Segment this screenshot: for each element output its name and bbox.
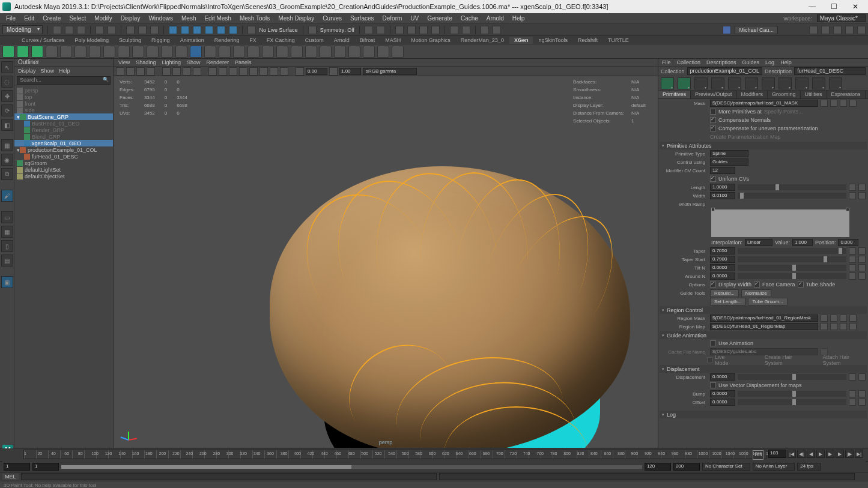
offset-slider[interactable] [738,399,846,405]
slider-icon[interactable] [858,247,866,255]
taper-start-slider[interactable] [738,256,846,262]
custom-tool-icon[interactable]: ▣ [1,276,13,288]
xgen-brush-icon[interactable] [377,46,389,58]
expr-icon[interactable] [849,192,856,199]
shelf-tab[interactable]: FX [244,37,261,44]
textured-icon[interactable] [229,67,237,76]
play-fwd-icon[interactable]: ▶ [826,450,834,458]
ramp-value-input[interactable]: 1.000 [792,239,813,246]
menu-item[interactable]: Curves [319,14,345,22]
primitive-type-dropdown[interactable]: Spline [710,150,748,157]
xgen-brush-icon[interactable] [204,46,216,58]
outliner-item[interactable]: side [14,107,113,113]
clear-preview-icon[interactable] [678,77,691,89]
rebuild-button[interactable]: Rebuild... [710,289,739,297]
display-width-checkbox[interactable] [710,282,716,288]
layout-two-icon[interactable]: ▯ [1,240,13,252]
slider-icon[interactable] [858,273,866,280]
section-guide-animation[interactable]: Guide Animation [660,331,867,339]
paint-map-icon[interactable] [821,315,828,322]
script-editor-icon[interactable] [857,472,866,481]
xgen-brush-icon[interactable] [363,46,375,58]
autokey-icon[interactable] [824,463,832,471]
menu-item[interactable]: Select [65,14,90,22]
soft-select-icon[interactable]: ◉ [1,154,13,166]
xgen-tool-icon[interactable] [118,46,130,58]
scale-tool-icon[interactable]: ◧ [1,119,13,131]
symmetry-label[interactable]: Symmetry: Off [320,27,354,33]
redo-icon[interactable] [108,26,116,34]
around-slider[interactable] [738,273,846,279]
cvcount-input[interactable]: 12 [710,167,735,174]
length-input[interactable]: 1.0000 [710,184,735,191]
select-tool-icon[interactable]: ↖ [1,61,13,73]
region-mask-input[interactable]: $(DESC)/paintmaps/furHead_01_RegionMask [710,315,818,322]
time-ruler[interactable]: 103 120406080100120140160180200220240260… [23,450,766,459]
exposure-input[interactable]: 0.00 [306,68,327,75]
guide-tool-icon[interactable] [812,77,825,89]
menu-item[interactable]: Create [39,14,64,22]
isolate-icon[interactable] [493,26,501,34]
slider-icon[interactable] [858,192,866,199]
shelf-tab[interactable]: TURTLE [603,37,634,44]
slider-icon[interactable] [849,315,857,322]
outliner-item[interactable]: defaultObjectSet [14,173,113,179]
resolution-gate-icon[interactable] [183,67,191,76]
lights-icon[interactable] [239,67,247,76]
isolate-select-icon[interactable] [259,67,268,76]
main-menu-bar[interactable]: File Edit Create Select Modify Display W… [0,13,868,24]
move-guide-icon[interactable] [728,77,741,89]
xgen-brush-icon[interactable] [247,46,259,58]
xgen-brush-icon[interactable] [392,46,404,58]
shelf-tab[interactable]: Redshift [573,37,602,44]
xgen-brush-icon[interactable] [276,46,288,58]
character-set-dropdown[interactable]: No Character Set [702,463,750,471]
range-slider-track[interactable] [61,465,642,469]
shelf-tab[interactable]: RenderMan_23_0 [456,37,509,44]
xgen-create-icon[interactable] [2,46,14,58]
xgen-tab-expressions[interactable]: Expressions [827,91,866,98]
viewport-menu[interactable]: Lighting [162,59,181,65]
viewport-canvas[interactable]: Verts:345200Edges:679500Faces:334403344T… [114,76,658,448]
taper-start-input[interactable]: 0.7900 [710,256,735,263]
use-animation-checkbox[interactable] [710,340,716,346]
toolbar-icon[interactable] [845,26,854,34]
normalize-button[interactable]: Normalize [741,289,771,297]
gate-mask-icon[interactable] [193,67,201,76]
slider-icon[interactable] [858,256,866,263]
outliner-item[interactable]: defaultLightSet [14,166,113,173]
outliner-item[interactable]: ▾ BustScene_GRP [14,113,113,120]
slider-icon[interactable] [858,184,866,191]
xray-icon[interactable] [481,26,489,34]
xgen-brush-icon[interactable] [233,46,245,58]
gamma-icon[interactable] [329,67,338,76]
range-start-input[interactable]: 1 [32,463,59,471]
xgen-tool-icon[interactable] [161,46,173,58]
xgen-tool-icon[interactable] [74,46,86,58]
tilt-slider[interactable] [738,265,846,271]
shelf-tab[interactable]: Custom [300,37,329,44]
more-primitives-checkbox[interactable] [710,109,716,115]
close-button[interactable]: ✕ [845,1,866,12]
expr-icon[interactable] [849,184,856,191]
expr-icon[interactable] [849,264,856,271]
add-guide-icon[interactable] [694,77,708,89]
menu-item[interactable]: Edit Mesh [201,14,234,22]
guide-tool-icon[interactable] [778,77,792,89]
menu-item[interactable]: UV [407,14,422,22]
menu-item[interactable]: Mesh Tools [236,14,273,22]
set-length-button[interactable]: Set Length... [710,298,745,306]
xgen-brush-icon[interactable] [334,46,346,58]
menu-item[interactable]: Mesh [178,14,199,22]
xgen-tab-primitives[interactable]: Primitives [658,91,691,98]
compensate-param-checkbox[interactable] [710,125,716,131]
expr-icon[interactable] [849,247,856,255]
bump-input[interactable]: 0.0000 [710,390,735,397]
xgen-tool-icon[interactable] [132,46,144,58]
shaded-icon[interactable] [219,67,227,76]
viewport-menu[interactable]: Panels [235,59,252,65]
slider-icon[interactable] [858,399,866,406]
taper-slider[interactable] [738,248,846,254]
section-region-control[interactable]: Region Control [660,306,867,314]
account-icon[interactable] [723,26,731,34]
